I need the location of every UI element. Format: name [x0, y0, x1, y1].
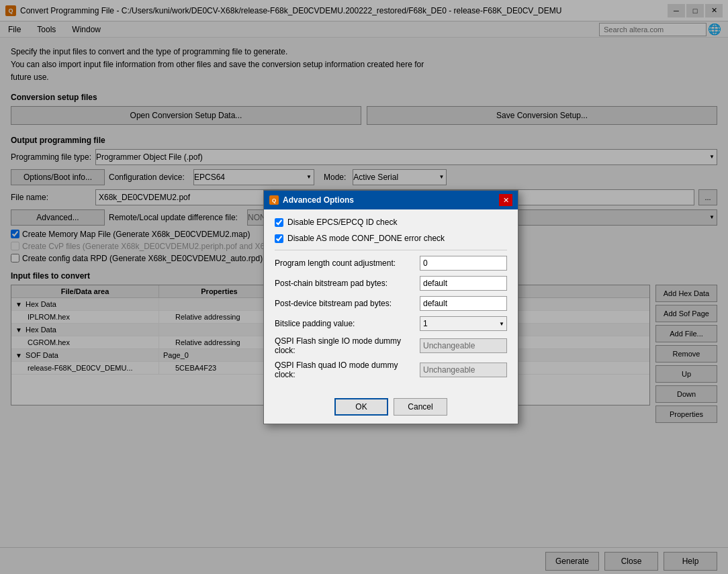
bitslice-select-wrapper: 1 0	[420, 316, 507, 331]
modal-close-button[interactable]: ✕	[499, 194, 512, 206]
program-length-input[interactable]	[420, 256, 507, 271]
bitslice-select[interactable]: 1 0	[420, 316, 507, 331]
post-device-label: Post-device bitstream pad bytes:	[275, 299, 420, 308]
post-device-row: Post-device bitstream pad bytes:	[275, 296, 507, 311]
disable-epcs-label: Disable EPCS/EPCQ ID check	[287, 218, 397, 227]
disable-as-mode-label: Disable AS mode CONF_DONE error check	[287, 234, 445, 243]
modal-checkbox2-row: Disable AS mode CONF_DONE error check	[275, 234, 507, 243]
modal-title-left: Q Advanced Options	[269, 195, 354, 205]
qspi-single-row: QSPI Flash single IO mode dummy clock:	[275, 336, 507, 355]
modal-title-text: Advanced Options	[283, 195, 354, 205]
advanced-options-modal: Q Advanced Options ✕ Disable EPCS/EPCQ I…	[263, 190, 518, 424]
program-length-row: Program length count adjustment:	[275, 256, 507, 271]
qspi-quad-row: QSPI Flash quad IO mode dummy clock:	[275, 361, 507, 379]
post-chain-input[interactable]	[420, 276, 507, 291]
program-length-label: Program length count adjustment:	[275, 258, 420, 268]
modal-title-icon: Q	[269, 195, 279, 205]
disable-as-mode-checkbox[interactable]	[275, 234, 283, 243]
modal-footer: OK Cancel	[264, 393, 518, 424]
modal-body: Disable EPCS/EPCQ ID check Disable AS mo…	[264, 209, 518, 393]
post-device-input[interactable]	[420, 296, 507, 311]
modal-title-bar: Q Advanced Options ✕	[264, 191, 518, 209]
post-chain-label: Post-chain bitstream pad bytes:	[275, 279, 420, 288]
post-chain-row: Post-chain bitstream pad bytes:	[275, 276, 507, 291]
modal-checkbox1-row: Disable EPCS/EPCQ ID check	[275, 218, 507, 227]
qspi-single-label: QSPI Flash single IO mode dummy clock:	[275, 336, 420, 355]
modal-ok-button[interactable]: OK	[334, 398, 388, 416]
qspi-single-input	[420, 338, 507, 353]
modal-cancel-button[interactable]: Cancel	[394, 398, 447, 416]
bitslice-row: Bitslice padding value: 1 0	[275, 316, 507, 331]
qspi-quad-label: QSPI Flash quad IO mode dummy clock:	[275, 361, 420, 379]
modal-overlay: Q Advanced Options ✕ Disable EPCS/EPCQ I…	[0, 0, 728, 574]
disable-epcs-checkbox[interactable]	[275, 218, 283, 227]
bitslice-label: Bitslice padding value:	[275, 319, 420, 328]
qspi-quad-input	[420, 363, 507, 377]
